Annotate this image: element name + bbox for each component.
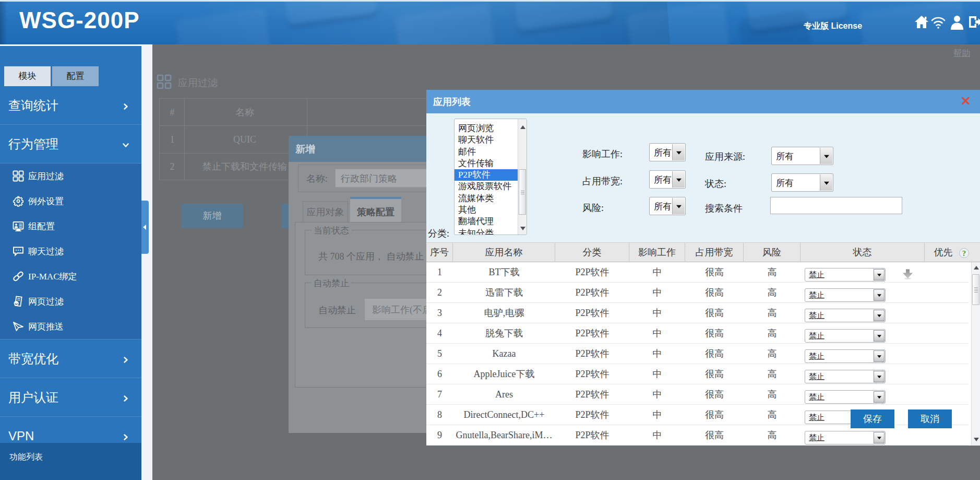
- column-header-序号: 序号: [426, 243, 453, 262]
- scroll-down-icon[interactable]: [520, 227, 525, 230]
- category-option-其他[interactable]: 其他: [455, 204, 527, 216]
- app-row-Ares[interactable]: 7AresP2P软件中很高高禁止: [426, 384, 969, 405]
- cell: 很高: [685, 283, 744, 302]
- cell: Kazaa: [453, 344, 555, 364]
- dropdown-arrow-icon[interactable]: [820, 148, 832, 164]
- filter-select-risk[interactable]: 所有: [649, 197, 686, 215]
- select-value: 所有: [654, 146, 672, 158]
- app-row-脱兔下载[interactable]: 4脱兔下载P2P软件中很高高禁止: [426, 323, 969, 344]
- bg-col-header: #: [170, 107, 175, 118]
- filter-select-bandwidth[interactable]: 所有: [649, 170, 686, 189]
- status-select[interactable]: 禁止: [805, 329, 886, 343]
- tab-policy-config[interactable]: 策略配置: [350, 197, 401, 222]
- cell: 高: [744, 405, 800, 425]
- dropdown-arrow-icon[interactable]: [820, 174, 832, 191]
- cell: P2P软件: [555, 303, 629, 323]
- help-question-icon[interactable]: ?: [959, 248, 969, 258]
- cell: 中: [629, 344, 685, 364]
- status-select[interactable]: 禁止: [805, 390, 886, 404]
- cell: 很高: [685, 262, 744, 282]
- scroll-down-icon[interactable]: [974, 438, 979, 441]
- dropdown-arrow-icon[interactable]: [874, 432, 885, 443]
- bg-col-header: 名称: [235, 106, 254, 119]
- dropdown-arrow-icon[interactable]: [874, 269, 885, 280]
- dropdown-arrow-icon[interactable]: [874, 391, 885, 403]
- status-select[interactable]: 禁止: [805, 431, 886, 444]
- column-header-影响工作: 影响工作: [629, 243, 685, 262]
- filter-select-source[interactable]: 所有: [771, 147, 833, 165]
- cell: 高: [744, 425, 800, 445]
- priority-down-icon[interactable]: [902, 269, 913, 279]
- dropdown-arrow-icon[interactable]: [672, 144, 685, 160]
- category-option-翻墙代理[interactable]: 翻墙代理: [455, 216, 527, 227]
- select-value: 禁止: [809, 312, 824, 320]
- cell: 很高: [685, 405, 744, 425]
- category-option-网页浏览[interactable]: 网页浏览: [455, 123, 527, 134]
- dropdown-arrow-icon[interactable]: [874, 330, 885, 342]
- status-select[interactable]: 禁止: [805, 309, 886, 322]
- category-option-文件传输[interactable]: 文件传输: [455, 158, 527, 169]
- status-select[interactable]: 禁止: [805, 288, 886, 302]
- top-strip: [0, 0, 980, 2]
- status-select[interactable]: 禁止: [805, 370, 886, 383]
- filter-select-impact[interactable]: 所有: [649, 143, 686, 161]
- dropdown-arrow-icon[interactable]: [874, 371, 885, 382]
- app-root: WSG-200P 专业版 License 模块 配置 查询统计行为管理应用过滤例…: [0, 0, 980, 480]
- column-header-优先: 优先: [925, 243, 962, 262]
- category-option-未知分类[interactable]: 未知分类: [455, 228, 527, 235]
- dropdown-arrow-icon[interactable]: [874, 289, 885, 301]
- cell: P2P软件: [555, 283, 629, 302]
- category-option-P2P软件[interactable]: P2P软件: [455, 169, 527, 181]
- help-link[interactable]: 帮助: [953, 48, 970, 59]
- tab-app-target[interactable]: 应用对象: [303, 201, 348, 222]
- dropdown-arrow-icon[interactable]: [874, 310, 885, 321]
- dropdown-arrow-icon[interactable]: [672, 198, 685, 214]
- select-value: 禁止: [809, 353, 824, 360]
- save-button[interactable]: 保存: [851, 409, 894, 428]
- dropdown-arrow-icon[interactable]: [672, 171, 685, 188]
- page-title: 应用过滤: [178, 76, 218, 90]
- cell: P2P软件: [555, 425, 629, 445]
- name-value: 行政部门策略: [341, 172, 397, 185]
- app-row-电驴,电骡[interactable]: 3电驴,电骡P2P软件中很高高禁止: [426, 303, 969, 323]
- category-option-游戏股票软件[interactable]: 游戏股票软件: [455, 181, 527, 192]
- category-scrollbar[interactable]: [518, 119, 527, 235]
- select-value: 禁止: [809, 434, 824, 442]
- cell: DirectConnect,DC++: [453, 405, 555, 425]
- category-option-聊天软件[interactable]: 聊天软件: [455, 134, 527, 146]
- filter-select-status[interactable]: 所有: [771, 173, 833, 192]
- cell: 中: [629, 384, 685, 404]
- status-select[interactable]: 禁止: [805, 268, 886, 282]
- app-row-迅雷下载[interactable]: 2迅雷下载P2P软件中很高高禁止: [426, 283, 969, 303]
- column-header-分类: 分类: [555, 243, 629, 262]
- select-value: 所有: [776, 177, 794, 189]
- bg-cell: QUIC: [233, 134, 256, 145]
- app-row-AppleJuice下载[interactable]: 6AppleJuice下载P2P软件中很高高禁止: [426, 364, 969, 384]
- dropdown-arrow-icon[interactable]: [874, 350, 885, 362]
- cancel-button[interactable]: 取消: [908, 409, 952, 428]
- scroll-thumb[interactable]: [972, 274, 979, 305]
- filter-label-impact: 影响工作:: [582, 148, 623, 160]
- category-option-流媒体类[interactable]: 流媒体类: [455, 193, 527, 204]
- search-input[interactable]: [770, 197, 902, 214]
- category-options: 网页浏览聊天软件邮件文件传输P2P软件游戏股票软件流媒体类其他翻墙代理未知分类: [455, 123, 527, 235]
- category-option-邮件[interactable]: 邮件: [455, 146, 527, 158]
- scroll-thumb[interactable]: [519, 169, 526, 215]
- fieldset-legend: 当前状态: [312, 225, 351, 237]
- app-row-BT下载[interactable]: 1BT下载P2P软件中很高高禁止: [426, 262, 969, 283]
- scroll-up-icon[interactable]: [520, 125, 525, 129]
- cell: 中: [629, 303, 685, 323]
- cell: 中: [629, 364, 685, 384]
- category-listbox[interactable]: 网页浏览聊天软件邮件文件传输P2P软件游戏股票软件流媒体类其他翻墙代理未知分类: [454, 119, 527, 235]
- close-icon[interactable]: [961, 97, 970, 105]
- cell: 中: [629, 262, 685, 282]
- app-list-modal: 应用列表 网页浏览聊天软件邮件文件传输P2P软件游戏股票软件流媒体类其他翻墙代理…: [426, 90, 980, 446]
- cell: P2P软件: [555, 364, 629, 384]
- app-row-Kazaa[interactable]: 5KazaaP2P软件中很高高禁止: [426, 344, 969, 364]
- grid-icon: [157, 74, 172, 89]
- status-select[interactable]: 禁止: [805, 349, 886, 363]
- select-value: 禁止: [809, 291, 824, 299]
- table-scrollbar[interactable]: [971, 262, 980, 446]
- scroll-up-icon[interactable]: [974, 266, 979, 270]
- bg-add-button[interactable]: 新增: [182, 204, 243, 228]
